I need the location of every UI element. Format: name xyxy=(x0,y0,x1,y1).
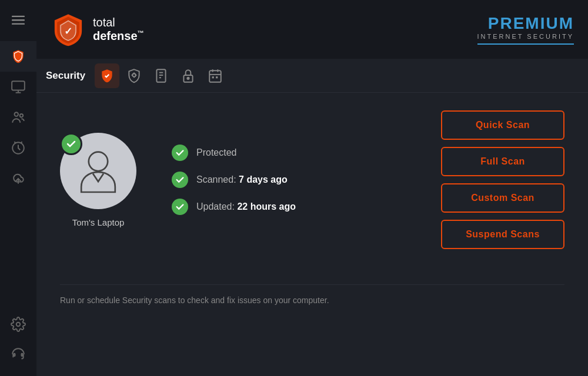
premium-area: PREMIUM INTERNET SECURITY xyxy=(477,14,574,45)
svg-text:✓: ✓ xyxy=(64,25,72,37)
sidebar-item-backup[interactable] xyxy=(0,163,36,194)
svg-rect-31 xyxy=(216,76,218,78)
logo-tm: ™ xyxy=(138,29,144,36)
tab-shield-settings[interactable] xyxy=(122,63,146,88)
status-updated-text: Updated: 22 hours ago xyxy=(196,202,296,212)
main-area: ✓ total defense™ PREMIUM INTERNET SECURI… xyxy=(36,0,588,376)
premium-subtitle: INTERNET SECURITY xyxy=(477,33,574,40)
check-icon-updated xyxy=(172,199,188,215)
logo-total: total xyxy=(93,16,144,29)
footer-description: Run or schedule Security scans to check … xyxy=(60,284,564,305)
svg-rect-12 xyxy=(21,354,22,356)
status-section: Protected Scanned: 7 days ago xyxy=(172,145,406,215)
logo-text: total defense™ xyxy=(93,16,144,43)
scan-buttons: Quick Scan Full Scan Custom Scan Suspend… xyxy=(441,110,564,249)
suspend-scans-button[interactable]: Suspend Scans xyxy=(441,220,564,249)
device-name: Tom's Laptop xyxy=(72,217,125,227)
premium-title: PREMIUM xyxy=(477,14,574,33)
status-protected-text: Protected xyxy=(196,147,236,158)
svg-rect-1 xyxy=(12,16,25,17)
avatar-wrapper xyxy=(60,133,136,209)
content-area: Tom's Laptop Protected xyxy=(36,93,588,323)
sidebar-item-scheduler[interactable] xyxy=(0,133,36,163)
svg-rect-20 xyxy=(157,69,166,82)
custom-scan-button[interactable]: Custom Scan xyxy=(441,183,564,213)
logo-defense: defense™ xyxy=(93,29,144,43)
logo: ✓ total defense™ xyxy=(51,12,144,47)
svg-rect-26 xyxy=(209,70,221,82)
tab-protection[interactable] xyxy=(95,63,119,88)
logo-shield-icon: ✓ xyxy=(51,12,86,47)
sidebar-item-family[interactable] xyxy=(0,102,36,133)
sidebar-item-monitor[interactable] xyxy=(0,72,36,102)
tab-scan-history[interactable] xyxy=(149,63,173,88)
device-section: Tom's Laptop xyxy=(60,133,136,227)
full-scan-button[interactable]: Full Scan xyxy=(441,147,564,176)
app-header: ✓ total defense™ PREMIUM INTERNET SECURI… xyxy=(36,0,588,59)
svg-point-11 xyxy=(16,323,21,327)
status-protected: Protected xyxy=(172,145,406,161)
check-icon-protected xyxy=(172,145,188,161)
svg-point-8 xyxy=(20,114,23,117)
status-check-badge xyxy=(60,133,82,155)
tab-section-label: Security xyxy=(46,70,85,82)
scan-row: Tom's Laptop Protected xyxy=(60,110,564,249)
sidebar xyxy=(0,0,36,376)
status-updated: Updated: 22 hours ago xyxy=(172,199,406,215)
check-icon-scanned xyxy=(172,172,188,188)
menu-icon[interactable] xyxy=(6,8,30,32)
quick-scan-button[interactable]: Quick Scan xyxy=(441,110,564,140)
svg-rect-3 xyxy=(12,24,25,25)
svg-point-15 xyxy=(132,73,135,76)
svg-rect-2 xyxy=(12,19,25,21)
svg-rect-30 xyxy=(212,76,214,78)
svg-rect-13 xyxy=(14,354,15,356)
svg-rect-4 xyxy=(12,81,25,90)
sidebar-item-settings[interactable] xyxy=(0,309,36,340)
svg-point-7 xyxy=(15,112,19,116)
svg-point-25 xyxy=(187,77,189,79)
sidebar-item-support[interactable] xyxy=(0,340,36,370)
sidebar-item-security[interactable] xyxy=(0,41,36,72)
status-scanned: Scanned: 7 days ago xyxy=(172,172,406,188)
tab-lock[interactable] xyxy=(176,63,201,88)
status-scanned-text: Scanned: 7 days ago xyxy=(196,174,288,185)
tab-schedule[interactable] xyxy=(203,63,228,88)
tabbar: Security xyxy=(36,59,588,93)
svg-point-32 xyxy=(89,152,108,170)
